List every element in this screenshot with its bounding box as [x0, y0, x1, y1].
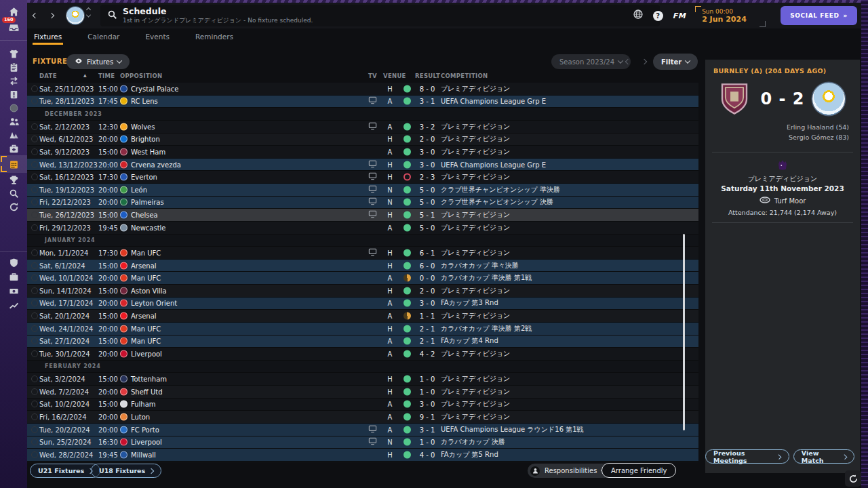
- col-result[interactable]: RESULT: [415, 73, 440, 79]
- sidebar-item-home[interactable]: [0, 5, 27, 18]
- fixture-competition[interactable]: プレミアディビジョン: [441, 349, 510, 359]
- fixture-competition[interactable]: プレミアディビジョン: [441, 223, 510, 232]
- fixture-opposition[interactable]: Wolves: [131, 123, 155, 130]
- fixture-score[interactable]: 0 - 0: [416, 274, 439, 282]
- fixture-competition[interactable]: プレミアディビジョン: [441, 134, 510, 144]
- fixture-competition[interactable]: UEFA Champions League ラウンド16 第1戦: [441, 425, 584, 434]
- arrange-friendly-button[interactable]: Arrange Friendly: [601, 463, 676, 478]
- fixture-score[interactable]: 5 - 0: [416, 199, 439, 206]
- tab-fixtures[interactable]: Fixtures: [33, 28, 63, 45]
- fixture-competition[interactable]: プレミアディビジョン: [441, 311, 510, 321]
- fixture-opposition[interactable]: Crystal Palace: [131, 85, 179, 92]
- fixture-row[interactable]: Tue, 19/12/202320:00LeónN5 - 0クラブ世界チャンピオ…: [27, 184, 698, 197]
- fixture-score[interactable]: 1 - 1: [416, 312, 439, 320]
- fixture-competition[interactable]: プレミアディビジョン: [441, 412, 510, 422]
- sidebar-item-medical[interactable]: [0, 142, 27, 155]
- fixture-opposition[interactable]: Millwall: [131, 451, 156, 458]
- col-date[interactable]: DATE: [39, 73, 57, 79]
- sidebar-item-analytics[interactable]: [0, 298, 27, 312]
- scrollbar-thumb[interactable]: [683, 234, 685, 430]
- fixture-opposition[interactable]: Liverpool: [131, 350, 162, 357]
- fixture-row[interactable]: Wed, 7/2/202420:00Sheff UtdH1 - 0プレミアディビ…: [27, 386, 698, 399]
- fixture-opposition[interactable]: Fulham: [131, 401, 156, 408]
- col-tv[interactable]: TV: [368, 73, 377, 79]
- filter-dropdown[interactable]: Filter: [653, 54, 698, 70]
- fixture-score[interactable]: 6 - 1: [416, 249, 439, 256]
- fixture-score[interactable]: 4 - 2: [416, 350, 439, 357]
- nav-back-button[interactable]: [28, 8, 42, 23]
- sidebar-item-competitions[interactable]: [0, 173, 27, 186]
- fixture-row[interactable]: Tue, 28/11/202317:45RC LensA3 - 1UEFA Ch…: [27, 96, 698, 108]
- fixture-score[interactable]: 3 - 0: [416, 148, 439, 155]
- fixture-row[interactable]: Wed, 17/1/202420:00Leyton OrientA3 - 0FA…: [27, 298, 698, 310]
- fixture-competition[interactable]: UEFA Champions League Grp E: [441, 98, 546, 105]
- sidebar-item-club-vision[interactable]: [0, 87, 27, 101]
- fixture-row[interactable]: Tue, 26/12/202315:00ChelseaH5 - 1プレミアディビ…: [27, 209, 698, 222]
- fixture-row[interactable]: Tue, 30/1/202420:00LiverpoolA4 - 2プレミアディ…: [27, 348, 698, 361]
- fixture-row[interactable]: Sat, 6/1/202415:00ArsenalH6 - 0カラバオカップ 準…: [27, 260, 698, 272]
- col-opposition[interactable]: OPPOSITION: [120, 73, 163, 79]
- fixture-row[interactable]: Wed, 13/12/202320:00Crvena zvezdaH3 - 0U…: [27, 159, 698, 171]
- sidebar-item-transfers[interactable]: [0, 74, 27, 87]
- fixture-score[interactable]: 9 - 1: [416, 413, 439, 421]
- search-icon[interactable]: [107, 9, 117, 22]
- fixture-row[interactable]: Mon, 1/1/202417:30Man UFCH6 - 1プレミアディビジョ…: [27, 247, 698, 260]
- fixture-opposition[interactable]: Sheff Utd: [131, 388, 163, 395]
- sidebar-item-tactics[interactable]: [0, 60, 27, 74]
- fixture-row[interactable]: Wed, 24/1/202420:00Man UFCH2 - 1カラバオカップ …: [27, 323, 698, 336]
- fixture-score[interactable]: 3 - 0: [416, 401, 439, 408]
- fixture-competition[interactable]: FAカップ 第5 Rnd: [441, 450, 498, 460]
- fixture-row[interactable]: Sat, 27/1/202415:00Man UFCA2 - 1FAカップ 第4…: [27, 336, 698, 348]
- fixture-score[interactable]: 5 - 0: [416, 186, 439, 193]
- fixture-opposition[interactable]: Man UFC: [131, 338, 161, 345]
- fixture-competition[interactable]: カラバオカップ 準々決勝: [441, 261, 519, 270]
- fixture-competition[interactable]: プレミアディビジョン: [441, 387, 510, 396]
- fixture-competition[interactable]: プレミアディビジョン: [441, 399, 510, 409]
- fixture-score[interactable]: 3 - 0: [416, 161, 439, 168]
- tab-calendar[interactable]: Calendar: [86, 28, 121, 45]
- fixture-competition[interactable]: FAカップ 第4 Rnd: [441, 336, 498, 346]
- fixture-score[interactable]: 1 - 0: [416, 439, 439, 446]
- sidebar-item-inbox[interactable]: 160: [0, 18, 27, 41]
- fixture-score[interactable]: 2 - 1: [416, 338, 439, 345]
- col-time[interactable]: TIME: [98, 73, 115, 79]
- fixture-score[interactable]: 6 - 0: [416, 262, 439, 269]
- help-icon[interactable]: ?: [653, 11, 663, 21]
- fixture-competition[interactable]: プレミアディビジョン: [441, 210, 510, 220]
- fixture-score[interactable]: 3 - 1: [416, 98, 439, 105]
- fixture-opposition[interactable]: RC Lens: [131, 98, 158, 105]
- fixture-row[interactable]: Sat, 20/1/202415:00ArsenalA1 - 1プレミアディビジ…: [27, 310, 698, 323]
- fixture-opposition[interactable]: Crvena zvezda: [131, 161, 181, 168]
- fixture-competition[interactable]: プレミアディビジョン: [441, 374, 510, 384]
- col-competition[interactable]: COMPETITION: [441, 73, 488, 79]
- view-match-button[interactable]: View Match: [793, 449, 854, 464]
- sidebar-item-club[interactable]: [0, 251, 27, 270]
- sidebar-item-finances[interactable]: [0, 284, 27, 298]
- fixture-score[interactable]: 3 - 2: [416, 123, 439, 130]
- social-feed-button[interactable]: SOCIAL FEED»: [781, 6, 857, 25]
- fixture-opposition[interactable]: Man UFC: [131, 274, 161, 282]
- fixture-row[interactable]: Sat, 16/12/202317:30EvertonH2 - 3プレミアディビ…: [27, 171, 698, 184]
- fixture-opposition[interactable]: Newcastle: [131, 224, 166, 231]
- fixture-competition[interactable]: カラバオカップ 準決勝 第1戦: [441, 273, 532, 283]
- fixture-score[interactable]: 5 - 1: [416, 211, 439, 219]
- fixture-competition[interactable]: カラバオカップ 準決勝 第2戦: [441, 324, 532, 333]
- tab-reminders[interactable]: Reminders: [194, 28, 235, 45]
- fixtures-view-dropdown[interactable]: Fixtures: [66, 54, 130, 69]
- fixture-score[interactable]: 1 - 0: [416, 388, 439, 395]
- world-icon[interactable]: [633, 9, 644, 22]
- fixture-score[interactable]: 8 - 0: [416, 85, 439, 92]
- fixture-row[interactable]: Sat, 9/12/202315:00West HamA3 - 0プレミアディビ…: [27, 146, 698, 159]
- fixture-opposition[interactable]: Everton: [131, 174, 157, 181]
- fixture-opposition[interactable]: Arsenal: [131, 262, 157, 269]
- fixture-competition[interactable]: FAカップ 第3 Rnd: [441, 298, 498, 308]
- fixture-row[interactable]: Wed, 6/12/202320:00BrightonH2 - 0プレミアディビ…: [27, 134, 698, 146]
- fixture-opposition[interactable]: León: [131, 186, 147, 193]
- nav-forward-button[interactable]: [45, 8, 58, 23]
- fixture-competition[interactable]: クラブ世界チャンピオンシップ 決勝: [441, 197, 553, 207]
- sidebar-item-training[interactable]: [0, 128, 27, 142]
- fixture-competition[interactable]: UEFA Champions League Grp E: [441, 161, 546, 168]
- fixture-score[interactable]: 3 - 0: [416, 300, 439, 307]
- sidebar-item-refresh[interactable]: [0, 200, 27, 214]
- fixture-opposition[interactable]: Leyton Orient: [131, 300, 177, 307]
